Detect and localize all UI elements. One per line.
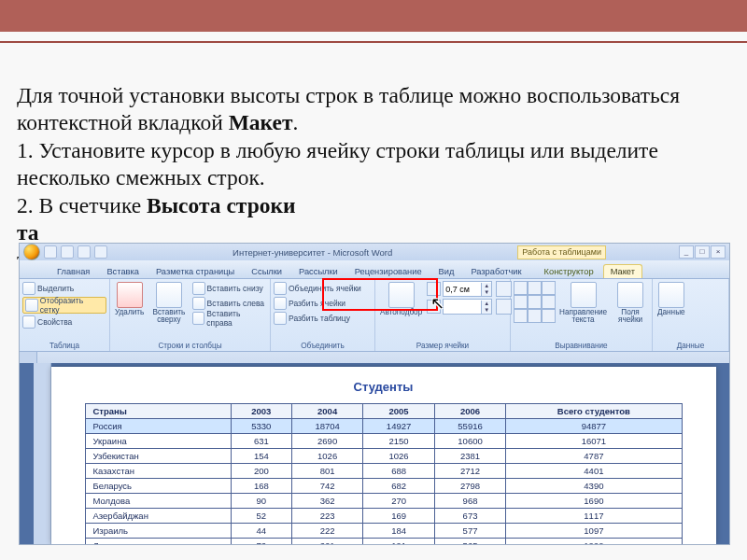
align-mr-button[interactable] [542,295,556,309]
qat-print-icon[interactable] [94,245,107,259]
office-button-icon[interactable] [23,244,40,260]
table-cell[interactable]: 223 [291,509,362,524]
qat-save-icon[interactable] [44,245,57,259]
table-cell[interactable]: 90 [231,494,291,509]
table-cell[interactable]: 55916 [434,419,505,434]
align-tc-button[interactable] [528,281,542,295]
tab-design[interactable]: Конструктор [537,264,601,278]
data-table[interactable]: Страны2003200420052006Всего студентов Ро… [85,403,683,544]
table-cell[interactable]: 222 [291,524,362,539]
table-cell[interactable]: 261 [291,539,362,545]
table-cell[interactable]: 154 [231,449,291,464]
table-cell[interactable]: 200 [231,464,291,479]
properties-button[interactable]: Свойства [22,315,72,329]
align-br-button[interactable] [542,309,556,323]
table-cell[interactable]: Молдова [85,494,231,509]
align-bc-button[interactable] [528,309,542,323]
tab-page-layout[interactable]: Разметка страницы [148,264,242,278]
table-row[interactable]: Россия533018704149275591694877 [85,419,682,434]
text-direction-button[interactable]: Направление текста [557,281,609,325]
spin-up-icon[interactable]: ▲ [481,301,491,307]
tab-home[interactable]: Главная [49,264,97,278]
table-cell[interactable]: 72 [231,539,291,545]
table-cell[interactable]: 1117 [506,509,682,524]
table-cell[interactable]: 1690 [506,494,682,509]
insert-below-button[interactable]: Вставить снизу [192,281,267,295]
table-cell[interactable]: 362 [291,494,362,509]
table-row[interactable]: Азербайджан522231696731117 [85,509,682,524]
tab-mailings[interactable]: Рассылки [291,264,345,278]
table-cell[interactable]: 14927 [363,419,434,434]
tab-references[interactable]: Ссылки [244,264,289,278]
table-cell[interactable]: 688 [363,464,434,479]
tab-view[interactable]: Вид [431,264,462,278]
table-row[interactable]: Молдова903622709681690 [85,494,682,509]
table-cell[interactable]: 270 [363,494,434,509]
table-cell[interactable]: Азербайджан [85,509,231,524]
table-cell[interactable]: 44 [231,524,291,539]
table-cell[interactable]: 16071 [506,434,682,449]
table-row[interactable]: Латвия722611915651090 [85,539,682,545]
table-cell[interactable]: 5330 [231,419,291,434]
table-cell[interactable]: Россия [85,419,231,434]
table-cell[interactable]: 2381 [434,449,505,464]
table-cell[interactable]: 968 [434,494,505,509]
align-mc-button[interactable] [528,295,542,309]
table-cell[interactable]: 801 [291,464,362,479]
maximize-button[interactable]: □ [695,245,710,259]
table-cell[interactable]: 168 [231,479,291,494]
table-cell[interactable]: Беларусь [85,479,231,494]
cell-margins-button[interactable]: Поля ячейки [612,281,649,325]
split-cells-button[interactable]: Разбить ячейки [274,296,345,310]
align-tl-button[interactable] [514,281,528,295]
table-cell[interactable]: 1026 [291,449,362,464]
table-cell[interactable]: 169 [363,509,434,524]
split-table-button[interactable]: Разбить таблицу [274,311,350,325]
table-cell[interactable]: 742 [291,479,362,494]
insert-above-button[interactable]: Вставить сверху [148,281,189,325]
row-height-spinner[interactable]: ▲▼ [443,281,492,297]
table-cell[interactable]: 565 [434,539,505,545]
tab-layout[interactable]: Макет [603,264,642,278]
table-cell[interactable]: 18704 [291,419,362,434]
minimize-button[interactable]: _ [679,245,694,259]
table-cell[interactable]: 4787 [506,449,682,464]
table-row[interactable]: Израиль442221845771097 [85,524,682,539]
distribute-cols-button[interactable] [496,299,512,315]
qat-undo-icon[interactable] [61,245,74,259]
merge-cells-button[interactable]: Объединить ячейки [274,281,361,295]
table-row[interactable]: Украина631269021501060016071 [85,434,682,449]
table-cell[interactable]: 2690 [291,434,362,449]
table-row[interactable]: Узбекистан1541026102623814787 [85,449,682,464]
spin-down-icon[interactable]: ▼ [481,289,491,296]
align-bl-button[interactable] [514,309,528,323]
table-cell[interactable]: 2712 [434,464,505,479]
table-cell[interactable]: 682 [363,479,434,494]
table-cell[interactable]: 191 [363,539,434,545]
table-cell[interactable]: Казахстан [85,464,231,479]
table-cell[interactable]: 94877 [506,419,682,434]
table-cell[interactable]: Украина [85,434,231,449]
table-row[interactable]: Беларусь16874268227984390 [85,479,682,494]
close-button[interactable]: × [711,245,726,259]
table-cell[interactable]: 2150 [363,434,434,449]
spin-up-icon[interactable]: ▲ [481,283,491,289]
table-cell[interactable]: 1097 [506,524,682,539]
table-cell[interactable]: 1090 [506,539,682,545]
tab-review[interactable]: Рецензирование [347,264,430,278]
select-button[interactable]: Выделить [22,281,74,296]
table-cell[interactable]: 4401 [506,464,682,479]
show-grid-button[interactable]: Отобразить сетку [22,297,106,314]
spin-down-icon[interactable]: ▼ [481,307,491,314]
delete-button[interactable]: Удалить [113,281,146,317]
tab-insert[interactable]: Вставка [99,264,147,278]
autofit-button[interactable]: Автоподбор [378,281,424,317]
align-tr-button[interactable] [542,281,556,295]
col-width-input[interactable] [444,302,481,312]
table-cell[interactable]: 52 [231,509,291,524]
table-cell[interactable]: 577 [434,524,505,539]
table-cell[interactable]: Узбекистан [85,449,231,464]
table-cell[interactable]: 10600 [434,434,505,449]
row-height-input[interactable] [444,285,481,294]
table-cell[interactable]: 1026 [363,449,434,464]
